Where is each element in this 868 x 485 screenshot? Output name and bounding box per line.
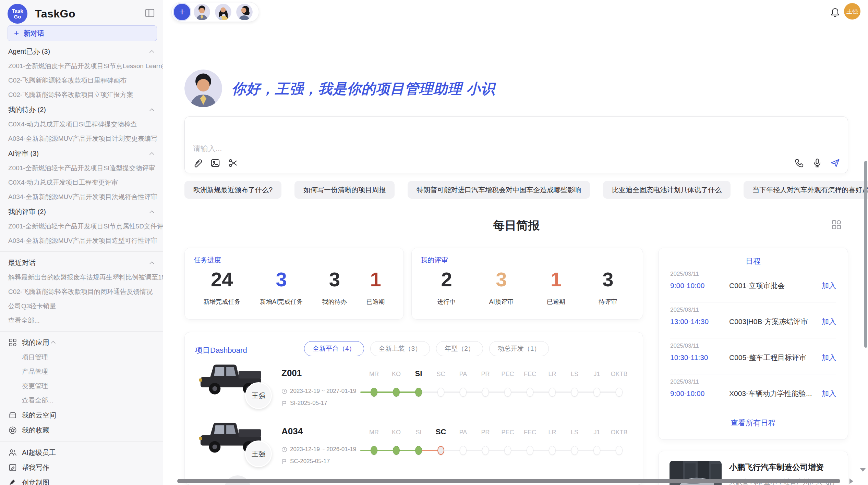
screenshot-scissors-icon[interactable]	[228, 158, 238, 168]
task-progress-card: 任务进度 24新增完成任务3新增AI完成任务3我的待办1已逾期	[184, 248, 404, 320]
sidebar-item[interactable]: C02-飞腾新能源轻客改款项目里程碑画布	[0, 73, 163, 88]
sidebar-section-header[interactable]: 我的评审 (2)	[0, 204, 163, 219]
send-icon[interactable]	[830, 158, 840, 168]
new-chat-button[interactable]: + 新对话	[8, 25, 157, 41]
stat-label: 新增AI完成任务	[260, 298, 303, 306]
milestone-label: OKTB	[605, 371, 633, 378]
sidebar-item[interactable]: Z001-全新燃油轻卡产品开发项目SI节点属性5D文件评审	[0, 219, 163, 234]
project-code: Z001	[281, 368, 302, 378]
app-sub-item[interactable]: 项目管理	[0, 350, 163, 364]
recent-view-all-link[interactable]: 查看全部...	[0, 313, 163, 328]
recent-chat-item[interactable]: 解释最新出台的欧盟报废车法规再生塑料比例被调至15%...	[0, 270, 163, 285]
suggestion-chip[interactable]: 特朗普可能对进口汽车增税会对中国车企造成哪些影响	[408, 181, 590, 199]
schedule-join-link[interactable]: 加入	[822, 353, 836, 362]
vertical-scrollbar[interactable]	[864, 161, 867, 348]
voice-call-icon[interactable]	[794, 158, 805, 168]
layout-grid-icon[interactable]	[831, 219, 842, 230]
chevron-up-icon[interactable]	[49, 339, 57, 346]
schedule-join-link[interactable]: 加入	[822, 281, 836, 290]
agent-avatar-3[interactable]	[236, 4, 253, 20]
add-agent-button[interactable]: +	[174, 4, 190, 20]
notification-bell-icon[interactable]	[830, 7, 841, 18]
suggestion-chip[interactable]: 比亚迪全固态电池计划具体说了什么	[603, 181, 731, 199]
sidebar-item[interactable]: C02-飞腾新能源轻客改款项目立项汇报方案	[0, 88, 163, 102]
chevron-up-icon[interactable]	[148, 208, 156, 216]
milestone-dot	[393, 388, 400, 397]
suggestion-chip[interactable]: 当下年轻人对汽车外观有怎样的喜好趋势	[744, 181, 868, 199]
sidebar-tool-ai-staff[interactable]: AI超级员工	[0, 445, 163, 460]
stat-item: 3我的待办	[322, 268, 347, 306]
link-label: 我的云空间	[22, 411, 56, 420]
schedule-title: 日程	[670, 256, 836, 266]
schedule-join-link[interactable]: 加入	[822, 317, 836, 326]
chevron-up-icon[interactable]	[148, 259, 156, 267]
milestone-label: OKTB	[605, 429, 633, 436]
project-flag-text: SI-2025-05-17	[290, 400, 327, 407]
horizontal-scrollbar[interactable]	[177, 479, 840, 483]
stat-value: 2	[437, 268, 456, 291]
agent-avatar-1[interactable]	[194, 4, 210, 20]
favorites-icon	[8, 426, 17, 435]
sidebar-item[interactable]: C0X4-动力总成开发项目工程变更评审	[0, 175, 163, 190]
sidebar-item[interactable]: A034-全新新能源MUV产品开发项目造型可行性评审	[0, 234, 163, 248]
chevron-up-icon[interactable]	[148, 48, 156, 55]
sidebar: Task Go TaskGo + 新对话 Agent已办 (3)Z001-全新燃…	[0, 0, 163, 485]
project-row[interactable]: 王强A0342023-12-19 ~ 2026-01-19SC-2025-05-…	[195, 411, 637, 469]
sidebar-item[interactable]: Z001-全新燃油皮卡产品开发项目SI节点Lesson Learn报告	[0, 59, 163, 73]
task-progress-title: 任务进度	[194, 256, 395, 265]
milestone-dot	[616, 446, 623, 455]
schedule-event-title: X003-车辆动力学性能验...	[729, 389, 822, 398]
schedule-event-title: C001-立项审批会	[729, 281, 822, 290]
suggestion-chip[interactable]: 如何写一份清晰的项目周报	[294, 181, 395, 199]
sidebar-link-cloud-space[interactable]: 我的云空间	[0, 408, 163, 423]
app-sub-item[interactable]: 产品管理	[0, 364, 163, 379]
chevron-up-icon[interactable]	[148, 106, 156, 114]
microphone-icon[interactable]	[812, 158, 822, 168]
milestone-dot	[504, 388, 511, 397]
schedule-time: 9:00-10:00	[670, 282, 729, 290]
schedule-join-link[interactable]: 加入	[822, 389, 836, 398]
sidebar-section-header[interactable]: 我的待办 (2)	[0, 102, 163, 117]
recent-chats-header[interactable]: 最近对话	[0, 255, 163, 270]
stat-label: 进行中	[437, 298, 456, 306]
stat-item: 2进行中	[437, 268, 456, 306]
sidebar-item[interactable]: A034-全新新能源MUV产品开发项目计划变更表编写	[0, 132, 163, 146]
suggestion-chip[interactable]: 欧洲新规最近颁布了什么?	[184, 181, 281, 199]
sidebar-link-favorites[interactable]: 我的收藏	[0, 423, 163, 438]
recent-chat-item[interactable]: 公司Q3轻卡销量	[0, 299, 163, 313]
my-apps-label: 我的应用	[22, 338, 49, 347]
app-sub-item[interactable]: 变更管理	[0, 379, 163, 393]
milestone-dot	[415, 388, 422, 397]
chat-input[interactable]: 请输入...	[184, 116, 848, 173]
sidebar-tool-writing[interactable]: 帮我写作	[0, 460, 163, 475]
app-sub-item[interactable]: 查看全部...	[0, 393, 163, 408]
project-dates-text: 2023-12-19 ~ 2027-01-19	[290, 388, 356, 395]
milestone-dot	[415, 446, 422, 455]
user-avatar[interactable]: 王强	[844, 3, 860, 20]
sidebar-tool-creative-pen[interactable]: 创意制图	[0, 475, 163, 485]
image-upload-icon[interactable]	[210, 158, 220, 168]
schedule-view-all-link[interactable]: 查看所有日程	[670, 418, 836, 428]
sidebar-item[interactable]: C0X4-动力总成开发项目SI里程碑提交物检查	[0, 117, 163, 132]
project-milestone-flag: SI-2025-05-17	[281, 400, 327, 407]
section-title: 我的评审 (2)	[8, 207, 46, 216]
sidebar-section-header[interactable]: Agent已办 (3)	[0, 44, 163, 59]
sidebar-item[interactable]: A034-全新新能源MUV产品开发项目法规符合性评审	[0, 190, 163, 204]
milestone-dot	[482, 388, 489, 397]
scroll-right-arrow-icon[interactable]	[849, 478, 853, 484]
sidebar-section-header[interactable]: AI评审 (3)	[0, 146, 163, 161]
sidebar-collapse-icon[interactable]	[144, 8, 155, 18]
stat-label: 已逾期	[547, 298, 565, 306]
sidebar-item[interactable]: Z001-全新燃油轻卡产品开发项目SI造型提交物评审	[0, 161, 163, 175]
schedule-date: 2025/03/11	[670, 307, 836, 313]
recent-chat-item[interactable]: C02-飞腾新能源轻客改款项目的闭环通告反馈情况	[0, 285, 163, 299]
my-apps-header[interactable]: 我的应用	[0, 335, 163, 350]
chevron-up-icon[interactable]	[148, 150, 156, 158]
stat-item: 1已逾期	[366, 268, 385, 306]
scroll-down-arrow-icon[interactable]	[860, 468, 866, 472]
project-row[interactable]: 王强Z0012023-12-19 ~ 2027-01-19SI-2025-05-…	[195, 353, 637, 411]
attachment-icon[interactable]	[192, 158, 203, 168]
flag-icon	[281, 459, 287, 464]
schedule-item: 2025/03/1113:00-14:30C003|H0B-方案冻结评审加入	[670, 302, 836, 338]
agent-avatar-2[interactable]	[215, 4, 231, 20]
